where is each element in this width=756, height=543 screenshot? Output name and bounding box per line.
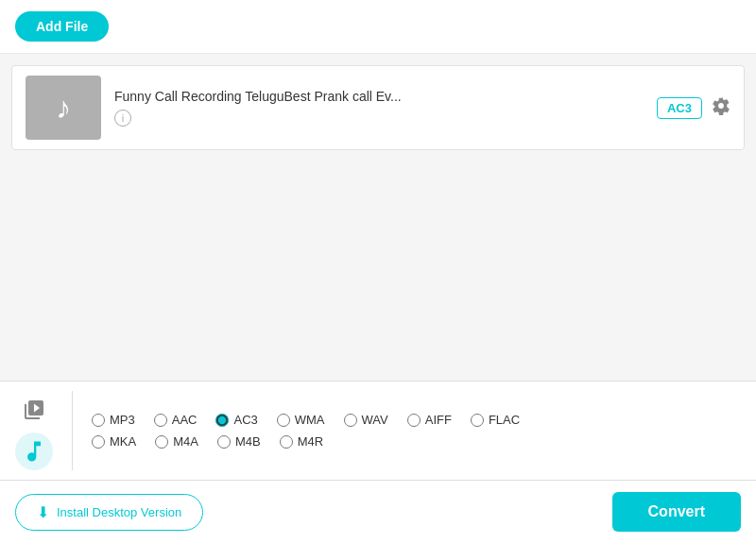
radio-flac[interactable] [471,414,484,427]
radio-mp3[interactable] [92,414,105,427]
format-aac[interactable]: AAC [154,413,198,427]
format-aiff[interactable]: AIFF [407,413,452,427]
format-m4b[interactable]: M4B [217,434,261,449]
info-icon[interactable]: i [114,110,131,127]
format-row-2: MKA M4A M4B M4R [92,434,520,449]
file-actions: AC3 [657,96,730,120]
radio-wma[interactable] [277,414,290,427]
film-icon [23,399,45,421]
format-badge[interactable]: AC3 [657,97,702,119]
radio-wav[interactable] [344,414,357,427]
audio-icon [21,438,47,465]
radio-m4b[interactable] [217,435,231,449]
top-bar: Add File [0,0,756,54]
format-wma[interactable]: WMA [277,413,325,427]
file-list: ♪ Funny Call Recording TeluguBest Prank … [0,54,756,381]
radio-ac3[interactable] [215,414,229,427]
format-wav[interactable]: WAV [344,413,388,427]
format-mp3[interactable]: MP3 [92,413,135,427]
radio-aac[interactable] [154,414,167,427]
radio-m4r[interactable] [280,435,293,449]
format-tabs [15,391,73,470]
format-m4r[interactable]: M4R [280,434,323,449]
gear-icon [712,96,730,115]
install-desktop-button[interactable]: ⬇ Install Desktop Version [15,494,203,531]
format-ac3[interactable]: AC3 [215,413,257,427]
file-thumbnail: ♪ [26,76,101,140]
convert-button[interactable]: Convert [612,492,741,532]
radio-m4a[interactable] [155,435,168,449]
bottom-bar: ⬇ Install Desktop Version Convert [0,480,756,543]
format-row-1: MP3 AAC AC3 WMA WAV AIFF FLAC [92,413,520,427]
file-item: ♪ Funny Call Recording TeluguBest Prank … [11,65,745,150]
download-icon: ⬇ [37,503,49,521]
format-options: MP3 AAC AC3 WMA WAV AIFF FLAC [92,413,520,449]
tab-audio[interactable] [15,433,53,470]
install-label: Install Desktop Version [57,505,181,519]
format-m4a[interactable]: M4A [155,434,198,449]
file-info: Funny Call Recording TeluguBest Prank ca… [114,89,644,127]
format-mka[interactable]: MKA [92,434,136,449]
add-file-button[interactable]: Add File [15,11,109,42]
settings-icon-button[interactable] [712,96,730,120]
radio-mka[interactable] [92,435,105,449]
format-flac[interactable]: FLAC [471,413,520,427]
format-bar: MP3 AAC AC3 WMA WAV AIFF FLAC [0,381,756,480]
radio-aiff[interactable] [407,414,421,427]
tab-video[interactable] [15,391,53,429]
file-name: Funny Call Recording TeluguBest Prank ca… [114,89,644,104]
music-note-icon: ♪ [56,91,71,126]
